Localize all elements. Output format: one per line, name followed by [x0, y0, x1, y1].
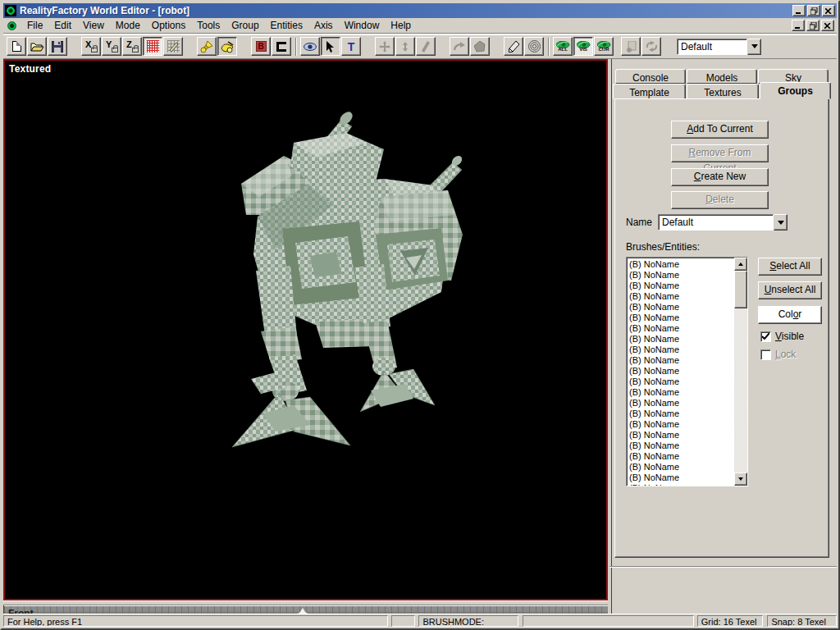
list-item[interactable]: (B) NoName	[629, 302, 734, 313]
arrow-down-icon	[738, 477, 743, 481]
textured-viewport[interactable]: Textured	[3, 59, 608, 600]
name-combobox[interactable]: Default	[658, 214, 788, 231]
document-icon[interactable]	[5, 19, 18, 32]
list-item[interactable]: (B) NoName	[629, 419, 734, 430]
tab-textures[interactable]: Textures	[687, 84, 759, 99]
tab-groups[interactable]: Groups	[760, 82, 831, 99]
front-viewport[interactable]: Front	[3, 605, 608, 614]
list-item[interactable]: (B) NoName	[629, 462, 734, 472]
list-item[interactable]: (B) NoName	[629, 398, 734, 409]
create-new-button[interactable]: Create New	[671, 168, 769, 186]
delete-button[interactable]: Delete	[671, 191, 769, 209]
menu-item[interactable]: File	[21, 18, 48, 34]
menu-item[interactable]: Mode	[110, 18, 146, 34]
scroll-down-button[interactable]	[734, 472, 747, 486]
select-tool-button[interactable]	[321, 37, 340, 56]
close-button[interactable]	[822, 5, 835, 16]
list-item[interactable]: (B) NoName	[629, 387, 734, 398]
tab-models[interactable]: Models	[687, 69, 757, 84]
open-file-button[interactable]	[27, 37, 47, 56]
menu-item[interactable]: Tools	[191, 18, 226, 34]
menu-item[interactable]: View	[77, 18, 110, 34]
save-file-button[interactable]	[48, 37, 67, 56]
text-tool-button[interactable]: T	[341, 37, 361, 56]
list-item[interactable]: (B) NoName	[629, 334, 734, 345]
list-item[interactable]: (B) NoName	[629, 323, 734, 334]
menu-item[interactable]: Group	[226, 18, 264, 34]
title-bar: RealityFactory World Editor - [robot]	[3, 3, 837, 18]
list-item[interactable]: (B) NoName	[629, 270, 734, 281]
show-visible-groups-button[interactable]: VIS	[573, 37, 593, 56]
move-small-button[interactable]	[395, 37, 415, 56]
minimize-button[interactable]	[792, 5, 806, 16]
list-item[interactable]: (B) NoName	[629, 441, 734, 451]
show-all-groups-button[interactable]: ALL	[553, 37, 573, 56]
name-combobox-value[interactable]: Default	[658, 214, 774, 231]
unselect-all-button[interactable]: Unselect All	[758, 281, 822, 299]
add-to-current-button[interactable]: Add To Current	[671, 121, 769, 139]
check-icon	[762, 333, 769, 340]
list-item[interactable]: (B) NoName	[629, 313, 734, 323]
menu-item[interactable]: Edit	[48, 18, 77, 34]
list-item[interactable]: (B) NoName	[629, 409, 734, 419]
group-selector-dropdown-button[interactable]	[747, 39, 761, 55]
shear-tool-button[interactable]	[416, 37, 436, 56]
select-all-button[interactable]: Select All	[758, 258, 822, 276]
robot-model[interactable]	[5, 61, 606, 599]
menu-item[interactable]: Entities	[265, 18, 308, 34]
list-item[interactable]: (B) NoName	[629, 259, 734, 270]
brushes-entities-listbox[interactable]: (B) NoName(B) NoName(B) NoName(B) NoName…	[626, 257, 748, 486]
list-item[interactable]: (B) NoName	[629, 472, 734, 483]
color-button[interactable]: Color	[758, 306, 822, 324]
lock-x-axis-button[interactable]: X	[81, 37, 101, 56]
mdi-restore-button[interactable]	[806, 20, 819, 31]
brush-tool-button[interactable]	[197, 37, 217, 56]
list-item[interactable]: (B) NoName	[629, 377, 734, 387]
brush-b-button[interactable]: B	[251, 37, 271, 56]
list-scrollbar[interactable]	[734, 258, 747, 486]
lock-y-axis-button[interactable]: Y	[102, 37, 121, 56]
list-item[interactable]: (B) NoName	[629, 345, 734, 355]
list-item[interactable]: (B) NoName	[629, 451, 734, 462]
mdi-close-button[interactable]	[821, 20, 834, 31]
menu-item[interactable]: Options	[146, 18, 191, 34]
mdi-minimize-button[interactable]	[792, 20, 805, 31]
pen-tool-button[interactable]	[504, 37, 523, 56]
list-item[interactable]: (B) NoName	[629, 355, 734, 366]
group-selector-combobox[interactable]: Default	[677, 39, 761, 55]
show-current-group-button[interactable]: CUR	[594, 37, 614, 56]
list-item[interactable]: (B) NoName	[629, 281, 734, 291]
scroll-thumb[interactable]	[734, 271, 747, 308]
name-combobox-dropdown-button[interactable]	[774, 214, 788, 231]
tab-template[interactable]: Template	[613, 84, 686, 99]
visible-checkbox[interactable]	[760, 331, 771, 342]
new-file-button[interactable]	[7, 37, 26, 56]
restore-button[interactable]	[807, 5, 820, 16]
list-item[interactable]: (B) NoName	[629, 366, 734, 377]
polygon-tool-button[interactable]	[470, 37, 490, 56]
lock-z-axis-button[interactable]: Z	[122, 37, 142, 56]
add-to-group-button[interactable]	[621, 37, 641, 56]
all-label: ALL	[558, 48, 568, 52]
list-item[interactable]: (B) NoName	[629, 430, 734, 441]
arrow-up-icon	[738, 262, 743, 266]
menu-item[interactable]: Help	[385, 18, 417, 34]
remove-from-current-button[interactable]: Remove From Current	[671, 144, 769, 162]
show-preview-button[interactable]	[300, 37, 320, 56]
menu-item[interactable]: Window	[339, 18, 386, 34]
list-item[interactable]: (B) NoName	[629, 291, 734, 302]
brush-move-button[interactable]	[217, 37, 237, 56]
lock-checkbox[interactable]	[760, 349, 771, 360]
target-tool-button[interactable]	[524, 37, 544, 56]
move-tool-button[interactable]	[375, 37, 395, 56]
tab-console[interactable]: Console	[615, 69, 686, 84]
group-selector-value[interactable]: Default	[677, 39, 747, 55]
clip-brush-button[interactable]	[272, 37, 291, 56]
refresh-groups-button[interactable]	[641, 37, 661, 56]
list-item[interactable]: (B) NoName	[629, 483, 734, 486]
grid-snap-button[interactable]	[143, 37, 162, 56]
rotate-brush-button[interactable]	[450, 37, 469, 56]
scroll-up-button[interactable]	[734, 258, 747, 271]
grid-edit-button[interactable]	[163, 37, 183, 56]
menu-item[interactable]: Axis	[308, 18, 339, 34]
